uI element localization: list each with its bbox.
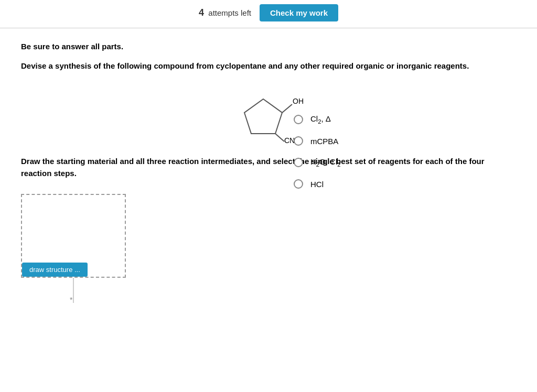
- top-bar: 4 attempts left Check my work: [0, 0, 537, 28]
- attempts-label: attempts left: [208, 8, 251, 17]
- reagent-option-3: H2O, Cl2: [294, 156, 341, 169]
- svg-marker-0: [244, 99, 282, 134]
- svg-line-1: [282, 104, 292, 113]
- check-my-work-button[interactable]: Check my work: [260, 4, 338, 21]
- attempts-display: 4 attempts left: [199, 7, 251, 18]
- radio-cl2-delta[interactable]: [294, 115, 303, 124]
- radio-h2o-cl2[interactable]: [294, 158, 303, 167]
- svg-line-2: [275, 134, 284, 141]
- radio-mcpba[interactable]: [294, 136, 303, 146]
- oh-label: OH: [293, 97, 304, 105]
- draw-instruction: Draw the starting material and all three…: [21, 156, 516, 179]
- reagent-option-4: HCl: [294, 179, 341, 190]
- reagent-label-4: HCl: [310, 179, 324, 190]
- draw-box: draw structure ...: [21, 194, 126, 278]
- reagent-option-1: Cl2, Δ: [294, 113, 341, 126]
- radio-hcl[interactable]: [294, 179, 303, 189]
- connector-line: *: [73, 278, 74, 303]
- asterisk-icon: *: [70, 296, 72, 304]
- reagent-option-2: mCPBA: [294, 136, 341, 147]
- reagent-label-1: Cl2, Δ: [310, 113, 331, 126]
- draw-structure-button[interactable]: draw structure ...: [22, 263, 88, 277]
- draw-column: draw structure ... *: [21, 187, 126, 303]
- reagent-label-3: H2O, Cl2: [310, 156, 341, 169]
- attempts-number: 4: [199, 7, 204, 18]
- bottom-section: draw structure ... * Cl2, Δ: [21, 187, 516, 303]
- molecule-container: OH CN: [21, 81, 516, 144]
- instruction-line1: Be sure to answer all parts.: [21, 41, 516, 53]
- reagent-label-2: mCPBA: [310, 136, 338, 147]
- reagents-section: Cl2, Δ mCPBA H2O, Cl2 HCl: [294, 113, 341, 199]
- main-content: Be sure to answer all parts. Devise a sy…: [0, 28, 537, 315]
- instruction-line2: Devise a synthesis of the following comp…: [21, 60, 516, 72]
